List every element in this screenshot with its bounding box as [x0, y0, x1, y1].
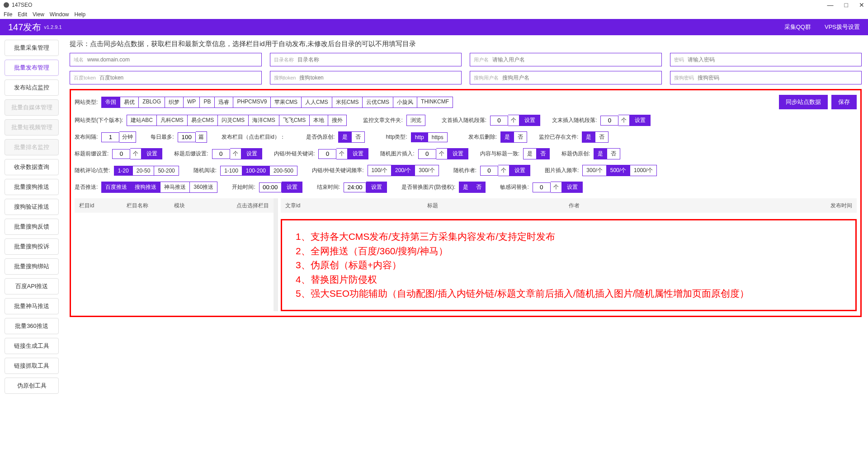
tag-option[interactable]: 神马推送: [160, 182, 189, 193]
menu-view[interactable]: View: [33, 11, 44, 18]
tag-option[interactable]: 苹果CMS: [270, 97, 301, 108]
set-button[interactable]: 设置: [348, 148, 368, 159]
tag-option[interactable]: 20-50: [132, 166, 154, 176]
tag-option[interactable]: 凡科CMS: [156, 115, 187, 126]
tag-option[interactable]: 易企CMS: [187, 115, 218, 126]
tag-option[interactable]: 100/个: [368, 165, 391, 176]
consist-no[interactable]: 否: [536, 148, 550, 159]
header-vps-link[interactable]: VPS拨号设置: [825, 23, 860, 31]
tag-option[interactable]: 人人CMS: [301, 97, 332, 108]
link-kw-input[interactable]: [318, 149, 336, 159]
tag-option[interactable]: 360推送: [189, 182, 217, 193]
sidebar-item-12[interactable]: 百度API推送: [5, 278, 59, 294]
replace-yes[interactable]: 是: [459, 182, 472, 193]
pseudo-no[interactable]: 否: [351, 131, 365, 143]
sidebar-item-13[interactable]: 批量神马推送: [5, 298, 59, 314]
tag-option[interactable]: 易优: [120, 97, 138, 108]
text-input[interactable]: [688, 56, 858, 63]
tag-option[interactable]: 搜外: [328, 115, 347, 126]
sidebar-item-0[interactable]: 批量采集管理: [5, 40, 59, 56]
tag-option[interactable]: 50-200: [154, 166, 179, 176]
tag-option[interactable]: 1-20: [114, 166, 132, 176]
https-opt[interactable]: https: [428, 132, 448, 142]
exist-yes[interactable]: 是: [582, 131, 595, 143]
text-input[interactable]: [87, 56, 258, 63]
prefix-set-button[interactable]: 设置: [519, 115, 540, 126]
tag-option[interactable]: PHPCMSV9: [233, 97, 270, 108]
tag-option[interactable]: 帝国: [101, 97, 120, 108]
browse-button[interactable]: 浏览: [406, 115, 425, 126]
title-prefix-input[interactable]: [112, 149, 130, 159]
tag-option[interactable]: 200/个: [391, 165, 415, 176]
rand-img-input[interactable]: [418, 149, 436, 159]
tag-option[interactable]: 搜狗推送: [131, 182, 160, 193]
set-button[interactable]: 设置: [448, 148, 468, 159]
sidebar-item-14[interactable]: 批量360推送: [5, 318, 59, 334]
tag-option[interactable]: WP: [183, 97, 199, 108]
interval-input[interactable]: [101, 132, 119, 142]
tag-option[interactable]: 小旋风: [393, 97, 417, 108]
text-input[interactable]: [299, 75, 458, 81]
tag-option[interactable]: 200-500: [269, 166, 297, 176]
sidebar-item-1[interactable]: 批量发布管理: [5, 60, 59, 76]
tag-option[interactable]: 500/个: [606, 165, 630, 176]
delete-yes[interactable]: 是: [500, 131, 514, 143]
tag-option[interactable]: 百度推送: [101, 182, 131, 193]
header-qq-link[interactable]: 采集QQ群: [784, 23, 811, 31]
tag-option[interactable]: 米拓CMS: [332, 97, 363, 108]
tag-option[interactable]: 100-200: [242, 166, 269, 176]
prefix-para-input[interactable]: [490, 116, 508, 126]
sidebar-item-7[interactable]: 批量搜狗推送: [5, 179, 59, 195]
sidebar-item-9[interactable]: 批量搜狗反馈: [5, 219, 59, 235]
tag-option[interactable]: 云优CMS: [362, 97, 393, 108]
set-button[interactable]: 设置: [562, 182, 583, 193]
tag-option[interactable]: ZBLOG: [138, 97, 165, 108]
tag-option[interactable]: PB: [199, 97, 214, 108]
text-input[interactable]: [698, 75, 858, 81]
tag-option[interactable]: 迅睿: [214, 97, 233, 108]
sidebar-item-2[interactable]: 发布站点监控: [5, 79, 59, 96]
text-input[interactable]: [492, 56, 658, 63]
sidebar-item-11[interactable]: 批量搜狗绑站: [5, 258, 59, 275]
maximize-icon[interactable]: □: [844, 1, 848, 9]
set-button[interactable]: 设置: [241, 148, 262, 159]
tag-option[interactable]: THINKCMF: [417, 97, 453, 108]
close-icon[interactable]: ✕: [859, 1, 864, 9]
pseudo-title-no[interactable]: 否: [607, 148, 620, 159]
http-opt[interactable]: http: [411, 132, 428, 142]
pseudo-yes[interactable]: 是: [338, 131, 351, 143]
end-time-input[interactable]: [344, 182, 366, 192]
tag-option[interactable]: 飞飞CMS: [279, 115, 310, 126]
sidebar-item-15[interactable]: 链接生成工具: [5, 338, 59, 354]
set-button[interactable]: 设置: [509, 165, 530, 176]
set-button[interactable]: 设置: [142, 148, 162, 159]
text-input[interactable]: [502, 75, 658, 81]
text-input[interactable]: [99, 75, 258, 81]
tag-option[interactable]: 建站ABC: [127, 115, 156, 126]
tag-option[interactable]: 闪灵CMS: [217, 115, 248, 126]
save-button[interactable]: 保存: [831, 95, 857, 109]
sidebar-item-10[interactable]: 批量搜狗投诉: [5, 238, 59, 255]
menu-window[interactable]: Window: [50, 11, 69, 18]
start-time-input[interactable]: [259, 182, 282, 192]
set-button[interactable]: 设置: [366, 182, 387, 193]
exist-no[interactable]: 否: [595, 131, 609, 143]
sensitive-input[interactable]: [533, 182, 551, 192]
tag-option[interactable]: 织梦: [165, 97, 183, 108]
consist-yes[interactable]: 是: [523, 148, 536, 159]
replace-no[interactable]: 否: [472, 182, 486, 193]
sidebar-item-6[interactable]: 收录数据查询: [5, 159, 59, 175]
sidebar-item-8[interactable]: 搜狗验证推送: [5, 199, 59, 215]
tag-option[interactable]: 本地: [309, 115, 328, 126]
sidebar-item-17[interactable]: 伪原创工具: [5, 378, 59, 394]
delete-no[interactable]: 否: [514, 131, 527, 143]
minimize-icon[interactable]: —: [827, 1, 834, 9]
menu-help[interactable]: Help: [75, 11, 86, 18]
sync-button[interactable]: 同步站点数据: [779, 95, 828, 109]
menu-edit[interactable]: Edit: [18, 11, 27, 18]
tag-option[interactable]: 海洋CMS: [248, 115, 279, 126]
title-suffix-input[interactable]: [212, 149, 230, 159]
tag-option[interactable]: 1000/个: [630, 165, 657, 176]
pseudo-title-yes[interactable]: 是: [594, 148, 607, 159]
tag-option[interactable]: 300/个: [582, 165, 606, 176]
